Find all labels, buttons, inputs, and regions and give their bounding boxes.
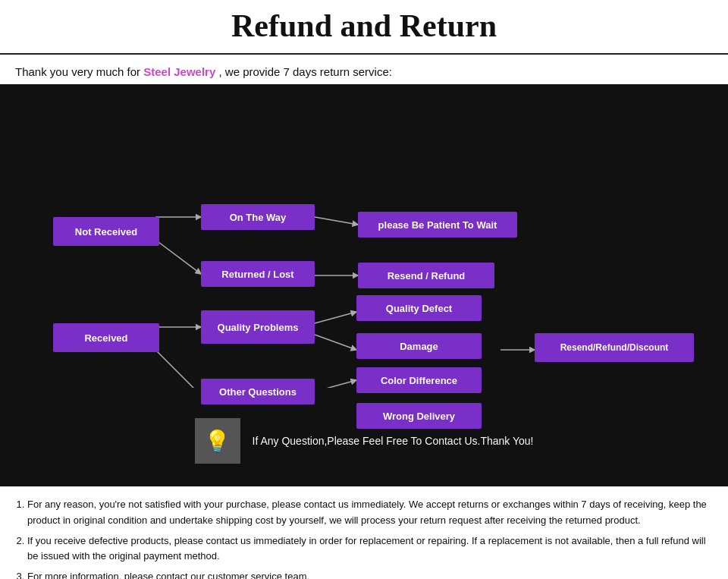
diagram-section: Not Received On The Way Returned / Lost … [0,84,728,411]
resend-refund-top-box: Resend / Refund [358,263,494,288]
quality-problems-box: Quality Problems [201,310,315,344]
terms-item-1: For any reason, you're not satisfied wit… [27,497,714,529]
terms-list: For any reason, you're not satisfied wit… [14,497,714,579]
not-received-box: Not Received [53,217,159,246]
terms-item-2: If you receive defective products, pleas… [27,533,714,565]
color-difference-box: Color Difference [356,367,482,393]
on-the-way-box: On The Way [201,204,315,230]
contact-text: If Any Question,Please Feel Free To Cont… [253,435,534,447]
other-questions-box: Other Questions [201,379,315,404]
returned-lost-box: Returned / Lost [201,261,315,287]
svg-line-6 [315,312,356,323]
svg-line-1 [155,240,201,274]
svg-line-7 [315,335,356,350]
brand-name: Steel Jewelry [143,65,215,78]
svg-line-2 [315,217,358,225]
intro-prefix: Thank you very much for [15,65,143,78]
please-wait-box: please Be Patient To Wait [358,212,517,238]
svg-line-5 [155,350,201,388]
intro-section: Thank you very much for Steel Jewelry , … [0,55,728,84]
page-title: Refund and Return [0,8,728,44]
quality-defect-box: Quality Defect [356,295,482,321]
intro-suffix: , we provide 7 days return service: [215,65,392,78]
terms-item-3: For more information, please contact our… [27,569,714,579]
resend-refund-discount-box: Resend/Refund/Discount [535,333,694,362]
page-header: Refund and Return [0,0,728,55]
lightbulb-icon: 💡 [195,418,240,464]
wrong-delivery-box: Wrong Delivery [356,403,482,429]
received-box: Received [53,323,159,352]
flow-diagram: Not Received On The Way Returned / Lost … [8,99,720,388]
svg-line-8 [315,380,356,388]
damage-box: Damage [356,333,482,359]
terms-section: For any reason, you're not satisfied wit… [0,486,728,579]
